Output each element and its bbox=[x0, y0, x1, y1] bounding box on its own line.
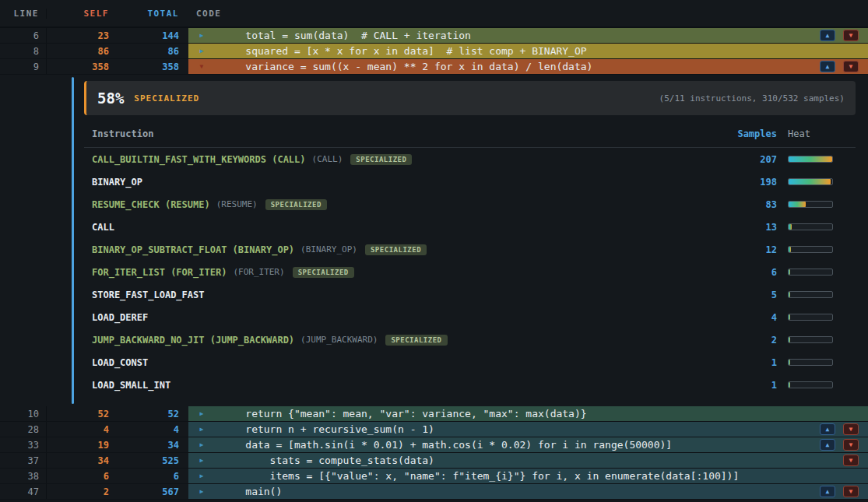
line-number: 9 bbox=[0, 59, 47, 74]
jump-up-button[interactable]: ▲ bbox=[820, 439, 835, 451]
code-row-line-38: 38 6 6 ▶ items = [{"value": x, "name": f… bbox=[0, 469, 868, 484]
expand-arrow-icon[interactable]: ▶ bbox=[196, 426, 207, 433]
self-samples: 34 bbox=[47, 453, 115, 468]
code-row-line-47: 47 2 567 ▶ main() ▲ ▼ bbox=[0, 484, 868, 500]
heat-cell bbox=[788, 314, 856, 321]
heat-cell bbox=[788, 381, 856, 388]
self-samples: 358 bbox=[47, 59, 115, 74]
jump-down-button[interactable]: ▼ bbox=[843, 455, 859, 466]
code-cell[interactable]: ▶ main() ▲ ▼ bbox=[188, 484, 868, 499]
sample-count: 2 bbox=[722, 335, 777, 346]
instruction-name: LOAD_CONST bbox=[92, 357, 148, 368]
heat-bar bbox=[788, 314, 833, 321]
line-number: 8 bbox=[0, 44, 47, 58]
code-cell[interactable]: ▶ items = [{"value": x, "name": f"item_{… bbox=[188, 469, 868, 483]
expand-arrow-icon[interactable]: ▶ bbox=[196, 488, 207, 495]
heat-bar bbox=[788, 178, 833, 185]
instruction-table-header: Instruction Samples Heat bbox=[84, 120, 856, 148]
heat-bar bbox=[788, 201, 833, 208]
heat-fill bbox=[789, 224, 792, 230]
specialization-panel: 58% SPECIALIZED (5/11 instructions, 310/… bbox=[0, 75, 868, 406]
line-number: 28 bbox=[0, 422, 47, 437]
code-cell[interactable]: ▶ stats = compute_stats(data) ▼ bbox=[188, 453, 868, 468]
heat-fill bbox=[789, 382, 790, 388]
sample-count: 1 bbox=[722, 357, 777, 368]
code-cell[interactable]: ▼ variance = sum((x - mean) ** 2 for x i… bbox=[188, 59, 868, 74]
sample-count: 207 bbox=[722, 154, 777, 165]
expand-arrow-icon[interactable]: ▶ bbox=[196, 472, 207, 479]
summary-meta: (5/11 instructions, 310/532 samples) bbox=[659, 93, 845, 104]
expanded-row-connector bbox=[72, 77, 74, 404]
instruction-row: CALL 13 bbox=[84, 216, 856, 238]
total-samples: 52 bbox=[115, 406, 185, 421]
instruction-table: Instruction Samples Heat CALL_BUILTIN_FA… bbox=[84, 120, 856, 396]
heat-bar bbox=[788, 269, 833, 276]
total-samples: 144 bbox=[115, 28, 185, 43]
expand-arrow-icon[interactable]: ▶ bbox=[196, 32, 207, 39]
self-samples: 19 bbox=[47, 437, 115, 452]
sample-count: 4 bbox=[722, 312, 777, 323]
total-samples: 567 bbox=[115, 484, 185, 499]
instruction-name: RESUME_CHECK (RESUME) bbox=[92, 199, 210, 210]
code-text: variance = sum((x - mean) ** 2 for x in … bbox=[221, 59, 592, 74]
expand-arrow-icon[interactable]: ▶ bbox=[196, 47, 207, 54]
line-number: 6 bbox=[0, 28, 47, 43]
expand-arrow-icon[interactable]: ▶ bbox=[196, 457, 207, 464]
jump-down-button[interactable]: ▼ bbox=[843, 486, 859, 497]
heat-cell bbox=[788, 359, 856, 366]
jump-up-button[interactable]: ▲ bbox=[820, 486, 835, 497]
code-text: return n + recursive_sum(n - 1) bbox=[221, 422, 434, 437]
line-number: 37 bbox=[0, 453, 47, 468]
code-cell[interactable]: ▶ data = [math.sin(i * 0.01) + math.cos(… bbox=[188, 437, 868, 452]
total-samples: 525 bbox=[115, 453, 185, 468]
heat-cell bbox=[788, 178, 856, 185]
code-row-line-33: 33 19 34 ▶ data = [math.sin(i * 0.01) + … bbox=[0, 437, 868, 453]
collapse-arrow-icon[interactable]: ▼ bbox=[196, 63, 207, 70]
jump-up-button[interactable]: ▲ bbox=[820, 423, 835, 435]
code-cell[interactable]: ▶ total = sum(data) # CALL + iteration ▲… bbox=[188, 28, 868, 43]
heat-bar bbox=[788, 336, 833, 343]
code-row-line-9: 9 358 358 ▼ variance = sum((x - mean) **… bbox=[0, 59, 868, 75]
instruction-row: LOAD_SMALL_INT 1 bbox=[84, 374, 856, 396]
jump-down-button[interactable]: ▼ bbox=[843, 423, 859, 435]
total-samples: 358 bbox=[115, 59, 185, 74]
jump-down-button[interactable]: ▼ bbox=[843, 439, 859, 451]
sample-count: 13 bbox=[722, 222, 777, 233]
instruction-row: BINARY_OP 198 bbox=[84, 170, 856, 193]
code-text: data = [math.sin(i * 0.01) + math.cos(i … bbox=[221, 437, 672, 452]
heat-bar bbox=[788, 291, 833, 298]
total-samples: 86 bbox=[115, 44, 185, 58]
specialized-badge: SPECIALIZED bbox=[385, 335, 447, 346]
heat-bar bbox=[788, 223, 833, 230]
col-header-line: LINE bbox=[0, 9, 47, 19]
col-header-instruction: Instruction bbox=[92, 128, 722, 139]
expand-arrow-icon[interactable]: ▶ bbox=[196, 410, 207, 417]
code-row-line-6: 6 23 144 ▶ total = sum(data) # CALL + it… bbox=[0, 28, 868, 44]
instruction-row: LOAD_DEREF 4 bbox=[84, 306, 856, 328]
code-cell[interactable]: ▶ return {"mean": mean, "var": variance,… bbox=[188, 406, 868, 421]
code-text: stats = compute_stats(data) bbox=[221, 453, 434, 468]
expand-arrow-icon[interactable]: ▶ bbox=[196, 441, 207, 448]
instruction-name: BINARY_OP bbox=[92, 177, 142, 188]
heat-cell bbox=[788, 291, 856, 298]
col-header-samples: Samples bbox=[722, 128, 777, 139]
jump-up-button[interactable]: ▲ bbox=[820, 30, 835, 41]
heat-cell bbox=[788, 269, 856, 276]
code-cell[interactable]: ▶ return n + recursive_sum(n - 1) ▲ ▼ bbox=[188, 422, 868, 437]
sample-count: 198 bbox=[722, 177, 777, 188]
total-samples: 4 bbox=[115, 422, 185, 437]
self-samples: 6 bbox=[47, 469, 115, 483]
jump-down-button[interactable]: ▼ bbox=[843, 30, 859, 41]
jump-up-button[interactable]: ▲ bbox=[820, 61, 835, 72]
jump-down-button[interactable]: ▼ bbox=[843, 61, 859, 72]
specialization-summary: 58% SPECIALIZED (5/11 instructions, 310/… bbox=[84, 81, 856, 115]
code-cell[interactable]: ▶ squared = [x * x for x in data] # list… bbox=[188, 44, 868, 58]
heat-cell bbox=[788, 223, 856, 230]
instruction-row: LOAD_CONST 1 bbox=[84, 351, 856, 374]
heat-fill bbox=[789, 247, 791, 252]
instruction-row: STORE_FAST_LOAD_FAST 5 bbox=[84, 283, 856, 306]
code-row-line-10: 10 52 52 ▶ return {"mean": mean, "var": … bbox=[0, 406, 868, 422]
sample-count: 12 bbox=[722, 244, 777, 255]
instruction-name: STORE_FAST_LOAD_FAST bbox=[92, 290, 205, 300]
instruction-name: BINARY_OP_SUBTRACT_FLOAT (BINARY_OP) bbox=[92, 244, 294, 255]
